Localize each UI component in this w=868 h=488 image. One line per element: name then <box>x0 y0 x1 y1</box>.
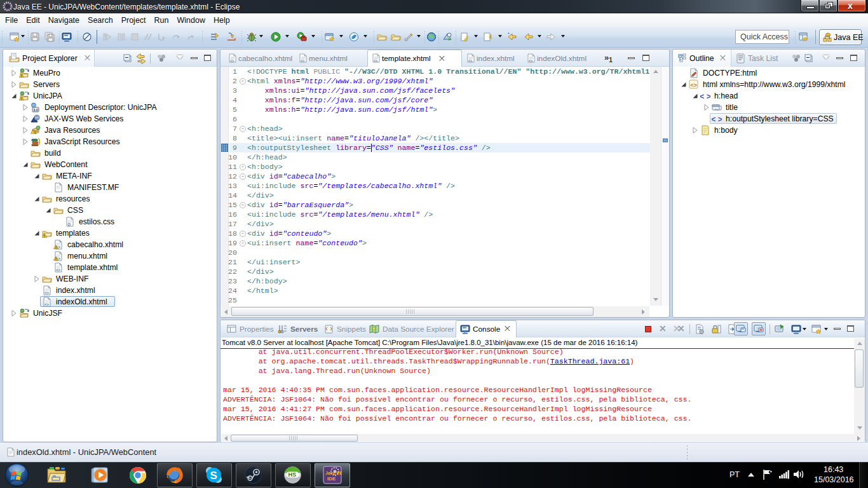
svg-text:Java EE: Java EE <box>325 471 342 475</box>
svg-text:<>: <> <box>56 268 61 272</box>
svg-text:<>: <> <box>301 59 304 63</box>
svg-text:IDE: IDE <box>327 476 336 482</box>
svg-text:<>: <> <box>230 59 234 63</box>
svg-text:<>: <> <box>44 291 50 295</box>
svg-text:<>: <> <box>690 82 697 88</box>
svg-text:< >: < > <box>700 92 710 101</box>
svg-text:< >: < > <box>712 115 722 124</box>
svg-text:<>: <> <box>529 59 532 63</box>
svg-text:3.0: 3.0 <box>33 108 38 112</box>
svg-text:<>: <> <box>44 302 50 306</box>
svg-text:<>: <> <box>374 59 377 63</box>
svg-text:S: S <box>210 470 217 482</box>
svg-text:HS: HS <box>288 471 297 478</box>
svg-text:*: * <box>508 32 510 36</box>
svg-text:<>: <> <box>468 59 472 63</box>
